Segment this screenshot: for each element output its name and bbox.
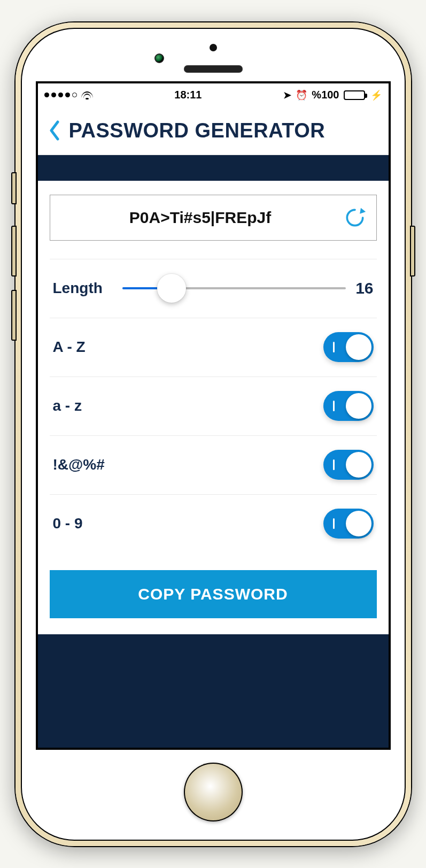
wifi-icon <box>81 91 93 99</box>
location-icon: ➤ <box>283 89 291 101</box>
option-row-lowercase: a - z <box>50 377 377 435</box>
length-value: 16 <box>355 279 373 297</box>
alarm-icon: ⏰ <box>296 89 307 101</box>
screen: 18:11 ➤ ⏰ %100 ⚡ PASSWORD GENERATOR <box>36 81 391 750</box>
content-area: P0A>Ti#s5|FREpJf Length <box>38 181 389 634</box>
option-row-symbols: !&@%# <box>50 435 377 494</box>
navigation-bar: PASSWORD GENERATOR <box>38 107 389 155</box>
mute-switch <box>11 172 17 204</box>
home-button[interactable] <box>184 763 243 821</box>
toggle-knob <box>346 511 371 536</box>
uppercase-toggle[interactable] <box>323 332 374 362</box>
header-strip <box>38 155 389 181</box>
length-row: Length 16 <box>50 259 377 318</box>
volume-down-button <box>11 290 17 341</box>
toggle-knob <box>346 452 371 478</box>
option-label: A - Z <box>53 339 122 356</box>
status-left <box>44 91 93 99</box>
toggle-knob <box>346 334 371 360</box>
battery-icon <box>344 90 365 100</box>
status-right: ➤ ⏰ %100 ⚡ <box>283 89 382 101</box>
toggle-on-icon <box>333 518 335 529</box>
earpiece-speaker <box>184 65 243 73</box>
slider-thumb[interactable] <box>157 274 186 303</box>
regenerate-button[interactable] <box>341 204 369 232</box>
phone-frame: 18:11 ➤ ⏰ %100 ⚡ PASSWORD GENERATOR <box>16 22 411 846</box>
signal-dot-icon <box>58 93 63 97</box>
symbols-toggle[interactable] <box>323 450 374 480</box>
copy-password-button[interactable]: COPY PASSWORD <box>50 570 377 618</box>
password-display: P0A>Ti#s5|FREpJf <box>50 195 377 241</box>
digits-toggle[interactable] <box>323 509 374 539</box>
signal-dots <box>44 93 77 97</box>
battery-text: %100 <box>312 89 339 101</box>
length-slider[interactable] <box>122 278 346 299</box>
signal-dot-icon <box>65 93 70 97</box>
page-title: PASSWORD GENERATOR <box>69 119 326 142</box>
toggle-on-icon <box>333 342 335 352</box>
option-label: a - z <box>53 397 122 414</box>
signal-dot-icon <box>51 93 56 97</box>
back-button[interactable] <box>48 119 61 142</box>
lowercase-toggle[interactable] <box>323 391 374 421</box>
toggle-on-icon <box>333 401 335 411</box>
refresh-icon <box>343 206 367 229</box>
footer-strip <box>38 634 389 748</box>
volume-up-button <box>11 226 17 276</box>
option-label: 0 - 9 <box>53 515 122 532</box>
chevron-left-icon <box>48 119 61 142</box>
option-label: !&@%# <box>53 456 122 473</box>
toggle-knob <box>346 393 371 419</box>
length-label: Length <box>53 280 122 297</box>
signal-dot-icon <box>44 93 49 97</box>
generated-password: P0A>Ti#s5|FREpJf <box>60 209 341 227</box>
front-camera <box>154 53 164 63</box>
option-row-digits: 0 - 9 <box>50 494 377 553</box>
toggle-on-icon <box>333 459 335 470</box>
status-time: 18:11 <box>174 89 202 101</box>
svg-marker-0 <box>360 208 366 213</box>
sensor-dot <box>210 44 217 51</box>
option-row-uppercase: A - Z <box>50 318 377 377</box>
signal-dot-empty-icon <box>72 93 77 97</box>
status-bar: 18:11 ➤ ⏰ %100 ⚡ <box>38 83 389 107</box>
charging-icon: ⚡ <box>370 89 382 101</box>
phone-bezel: 18:11 ➤ ⏰ %100 ⚡ PASSWORD GENERATOR <box>21 28 406 841</box>
power-button <box>410 226 415 276</box>
